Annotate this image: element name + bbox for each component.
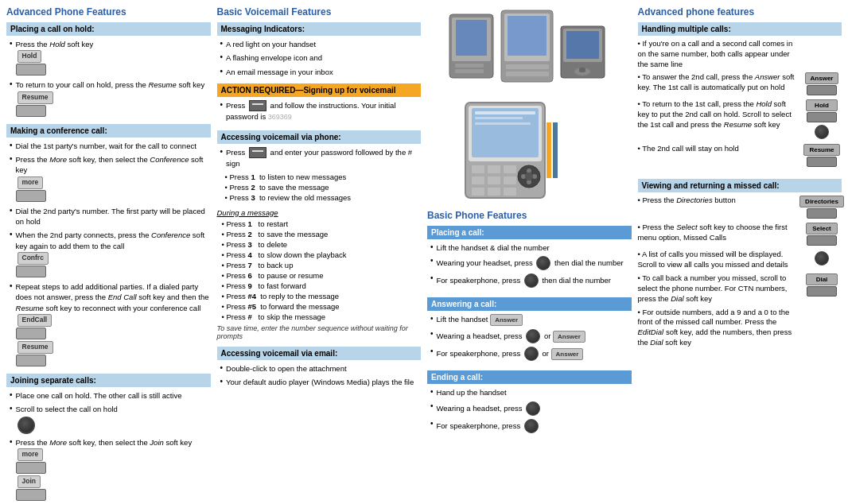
resume-btn-2[interactable]: Resume <box>18 341 53 354</box>
svg-rect-22 <box>488 165 500 173</box>
directories-btn[interactable]: Directories <box>799 196 844 207</box>
vm-email-1: • Double-click to open the attachment <box>217 363 422 374</box>
svg-rect-28 <box>488 188 500 196</box>
mult-4: • The 2nd call will stay on hold Resume <box>638 144 842 168</box>
answer-right-btn[interactable]: Answer <box>805 72 839 84</box>
svg-rect-19 <box>475 117 523 119</box>
press-3-review: • Press 3 to review the old messages <box>217 193 422 202</box>
more-btn-2[interactable]: more <box>18 448 44 461</box>
resume-gray-2 <box>16 355 46 366</box>
conf-item-4: • When the 2nd party connects, press the… <box>6 230 211 278</box>
dm-1: • Press 1 to restart <box>217 219 422 228</box>
answer-btn-3[interactable]: Answer <box>551 348 584 360</box>
more-gray-2 <box>16 462 46 474</box>
missed-call: Viewing and returning a missed call: • P… <box>638 179 842 347</box>
join-item-2: • Scroll to select the call on hold <box>6 404 211 433</box>
svg-rect-27 <box>472 188 484 196</box>
col-advanced-right: Advanced phone features Handling multipl… <box>638 6 842 504</box>
more-btn-1[interactable]: more <box>18 176 44 189</box>
dm-4: • Press 4 to slow down the playback <box>217 250 422 259</box>
resume-right-gray-1 <box>807 157 837 167</box>
nav-circle-mult <box>815 125 829 139</box>
mult-calls-heading: Handling multiple calls: <box>638 22 842 36</box>
endcall-gray <box>16 328 46 339</box>
nav-circle-missed <box>815 251 829 266</box>
msg-ind-3: • An email message in your inbox <box>217 67 422 77</box>
dm-9: • Press 9 to fast forward <box>217 281 422 290</box>
svg-rect-36 <box>547 122 551 178</box>
select-btn[interactable]: Select <box>806 223 838 235</box>
action-required: ACTION REQUIRED—Signing up for voicemail <box>217 83 422 97</box>
dial-btn[interactable]: Dial <box>806 273 838 285</box>
hold-btn[interactable]: Hold <box>18 50 42 63</box>
missed-1: • Press the Directories button Directori… <box>638 196 842 219</box>
answer-1: • Lift the handset Answer <box>427 314 632 326</box>
missed-4: • To call back a number you missed, scro… <box>638 273 842 304</box>
large-phone-area <box>427 99 632 204</box>
press-1-new: • Press 1 to listen to new messages <box>217 173 422 181</box>
signup-item: • Press and follow the instructions. You… <box>217 100 422 122</box>
dm-hash4: • Press #4 to reply to the message <box>217 292 422 300</box>
nav-headset-place <box>536 256 550 270</box>
access-vm-email-heading: Accessing voicemail via email: <box>217 347 422 360</box>
svg-rect-9 <box>506 72 549 76</box>
end-1: • Hand up the handset <box>427 387 632 397</box>
dm-6: • Press 6 to pause or resume <box>217 271 422 280</box>
msg-ind-1: • A red light on your handset <box>217 39 422 49</box>
confrc-gray <box>16 266 46 277</box>
spkr-place <box>524 273 539 288</box>
svg-rect-18 <box>475 111 535 114</box>
nav-headset-answer <box>526 329 540 343</box>
access-vm-phone: Accessing voicemail via phone: • Press a… <box>217 130 422 202</box>
placing-call-heading: Placing a call: <box>427 226 632 239</box>
confrc-btn[interactable]: Confrc <box>18 252 49 265</box>
resume-gray-bar-1 <box>16 105 46 117</box>
svg-rect-12 <box>566 31 599 59</box>
page: Advanced Phone Features Placing a call o… <box>0 0 848 504</box>
vm-note: To save time, enter the number sequence … <box>217 324 422 340</box>
dm-2: • Press 2 to save the message <box>217 230 422 238</box>
conf-item-3: • Dial the 2nd party's number. The first… <box>6 206 211 227</box>
vm-email-2: • Your default audio player (Windows Med… <box>217 377 422 387</box>
svg-rect-7 <box>508 16 547 56</box>
join-btn[interactable]: Join <box>18 475 41 488</box>
resume-btn-1[interactable]: Resume <box>18 91 53 104</box>
answer-2: • Wearing a headset, press or Answer <box>427 329 632 343</box>
place-1: • Lift the handset & dial the number <box>427 242 632 253</box>
joining-calls: Joining separate calls: • Place one call… <box>6 374 211 504</box>
phones-svg <box>445 6 613 94</box>
svg-rect-29 <box>504 188 516 196</box>
conf-item-1: • Dial the 1st party's number, wait for … <box>6 141 211 151</box>
resume-right-btn-1[interactable]: Resume <box>803 144 839 156</box>
messaging-indicators: Messaging Indicators: • A red light on y… <box>217 22 422 77</box>
join-heading: Joining separate calls: <box>6 374 211 387</box>
msg-ind-2: • A flashing envelope icon and <box>217 52 422 63</box>
hold-right-btn[interactable]: Hold <box>806 99 838 111</box>
answering-call: Answering a call: • Lift the handset Ans… <box>427 297 632 364</box>
press-2-save: • Press 2 to save the message <box>217 183 422 192</box>
dm-3: • Press 3 to delete <box>217 240 422 249</box>
svg-rect-26 <box>504 176 516 184</box>
dial-gray <box>807 286 837 297</box>
join-gray <box>16 489 46 501</box>
hold-item-2: • To return to your call on hold, press … <box>6 79 211 117</box>
nav-circle-join <box>18 417 35 434</box>
answer-btn-1[interactable]: Answer <box>490 314 523 326</box>
select-gray <box>807 235 837 246</box>
col1-title: Advanced Phone Features <box>6 6 211 17</box>
endcall-btn[interactable]: EndCall <box>18 314 53 327</box>
svg-rect-23 <box>504 165 516 173</box>
msg-ind-heading: Messaging Indicators: <box>217 22 422 36</box>
join-item-1: • Place one call on hold. The other call… <box>6 390 211 401</box>
svg-rect-37 <box>553 122 558 178</box>
missed-5: • For outside numbers, add a 9 and a 0 t… <box>638 308 842 348</box>
svg-rect-3 <box>455 64 484 68</box>
place-2: • Wearing your headset, press then dial … <box>427 256 632 270</box>
handling-multiple-calls: Handling multiple calls: • If you're on … <box>638 22 842 168</box>
svg-point-35 <box>525 173 533 180</box>
end-2: • Wearing a headset, press <box>427 401 632 416</box>
svg-rect-17 <box>472 108 539 157</box>
answer-btn-2[interactable]: Answer <box>553 331 585 343</box>
svg-rect-21 <box>472 165 484 173</box>
dm-hash5: • Press #5 to forward the message <box>217 302 422 311</box>
